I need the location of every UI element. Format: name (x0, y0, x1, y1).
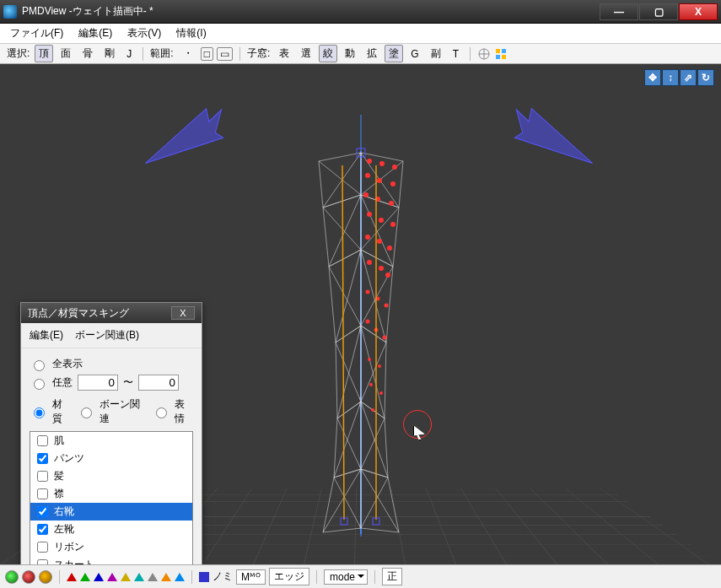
dialog-titlebar[interactable]: 頂点／材質マスキング X (21, 303, 202, 323)
radio-all[interactable] (34, 360, 45, 371)
list-item[interactable]: 右靴 (30, 503, 192, 521)
list-item[interactable]: スカート (30, 556, 192, 564)
color-tri-4[interactable] (107, 573, 117, 581)
range-dot-button[interactable]: ・ (179, 45, 197, 62)
minimize-button[interactable]: — (600, 3, 638, 20)
svg-point-48 (379, 266, 384, 271)
menu-view[interactable]: 表示(V) (127, 26, 161, 40)
list-item[interactable]: 襟 (30, 485, 192, 503)
select-bone-button[interactable]: 骨 (78, 45, 97, 62)
select-label: 選択: (7, 46, 30, 61)
child-t-button[interactable]: T (449, 46, 463, 62)
radio-bonerel[interactable] (81, 407, 92, 418)
child-g-button[interactable]: G (406, 46, 422, 62)
color-tri-9[interactable] (175, 573, 185, 581)
list-item[interactable]: 肌 (30, 432, 192, 450)
range-separator: 〜 (123, 375, 133, 390)
bone-indicator-right (496, 93, 609, 187)
dialog-menu-edit[interactable]: 編集(E) (30, 328, 63, 343)
child-hyou-button[interactable]: 表 (275, 45, 293, 62)
list-item[interactable]: リボン (30, 538, 192, 556)
mode-dropdown[interactable]: mode (324, 569, 368, 585)
radio-all-label: 全表示 (52, 357, 83, 371)
svg-line-61 (342, 165, 344, 520)
sei-button[interactable]: 正 (382, 568, 402, 585)
menu-info[interactable]: 情報(I) (176, 26, 206, 40)
child-sen-button[interactable]: 選 (297, 45, 315, 62)
list-item-label: 髪 (54, 469, 64, 483)
svg-line-26 (361, 326, 385, 418)
color-tri-7[interactable] (148, 573, 158, 581)
range-box-button[interactable]: □ (201, 47, 213, 61)
menu-file[interactable]: ファイル(F) (10, 26, 63, 40)
material-listbox[interactable]: 肌パンツ髪襟右靴左靴リボンスカートシャツ上着下半身 (30, 431, 193, 564)
maximize-button[interactable]: ▢ (639, 3, 678, 20)
radio-any[interactable] (34, 379, 45, 390)
window-buttons: — ▢ X (600, 3, 718, 20)
child-shibori-button[interactable]: 絞 (319, 45, 337, 62)
menu-edit[interactable]: 編集(E) (78, 26, 112, 40)
svg-point-55 (382, 336, 386, 340)
list-item-label: パンツ (54, 451, 84, 466)
color-tri-8[interactable] (161, 573, 171, 581)
child-nuri-button[interactable]: 塗 (385, 45, 403, 62)
view-orbit-button[interactable]: ↕ (662, 69, 679, 86)
child-kaku-button[interactable]: 拡 (363, 45, 381, 62)
svg-rect-3 (496, 49, 500, 53)
view-rotate-button[interactable]: ↻ (697, 69, 714, 86)
grid-icon[interactable] (494, 47, 508, 61)
color-tri-2[interactable] (80, 573, 90, 581)
svg-point-41 (367, 212, 372, 217)
edge-button[interactable]: エッジ (269, 568, 309, 585)
color-tri-5[interactable] (121, 573, 131, 581)
list-item[interactable]: パンツ (30, 450, 192, 467)
color-swatch[interactable] (199, 572, 209, 582)
range-rect-button[interactable]: ▭ (217, 47, 233, 61)
list-item-checkbox[interactable] (37, 542, 48, 553)
radio-expression[interactable] (156, 407, 167, 418)
color-tri-6[interactable] (134, 573, 144, 581)
list-item-checkbox[interactable] (37, 506, 48, 517)
close-button[interactable]: X (679, 3, 718, 20)
list-item-checkbox[interactable] (37, 453, 48, 464)
dialog-menubar: 編集(E) ボーン関連(B) (21, 323, 202, 348)
radio-material[interactable] (34, 407, 45, 418)
svg-line-13 (336, 250, 361, 343)
list-item-label: 肌 (54, 434, 64, 448)
select-vertex-button[interactable]: 頂 (35, 45, 53, 62)
child-dou-button[interactable]: 動 (341, 45, 359, 62)
select-joint-button[interactable]: J (122, 46, 136, 62)
list-item[interactable]: 髪 (30, 467, 192, 485)
mmo-button[interactable]: Mᴹᴼ (236, 569, 266, 585)
range-to-input[interactable] (138, 375, 179, 391)
svg-line-11 (329, 195, 361, 267)
list-item-label: リボン (54, 540, 84, 554)
svg-point-53 (365, 320, 369, 324)
color-tri-1[interactable] (67, 573, 77, 581)
range-from-input[interactable] (78, 375, 118, 391)
svg-point-44 (365, 235, 370, 240)
status-orb-2[interactable] (22, 570, 35, 584)
status-orb-1[interactable] (5, 570, 19, 584)
viewport-3d[interactable]: ✥ ↕ ⇗ ↻ 頂点／材質マスキング X 編集(E) ボーン関連(B) 全表示 … (0, 64, 721, 564)
status-orb-3[interactable] (39, 570, 52, 584)
list-item-checkbox[interactable] (37, 471, 48, 482)
child-huku-button[interactable]: 副 (427, 45, 445, 62)
list-item-checkbox[interactable] (37, 524, 48, 535)
svg-line-22 (361, 195, 393, 267)
list-item-checkbox[interactable] (37, 435, 48, 446)
svg-point-40 (389, 201, 394, 206)
view-pan-button[interactable]: ✥ (644, 69, 661, 86)
select-face-button[interactable]: 面 (56, 45, 75, 62)
color-tri-3[interactable] (94, 573, 104, 581)
globe-icon[interactable] (477, 47, 491, 61)
masking-dialog[interactable]: 頂点／材質マスキング X 編集(E) ボーン関連(B) 全表示 任意 〜 材質 (20, 302, 202, 564)
select-rigid-button[interactable]: 剛 (100, 45, 119, 62)
dialog-menu-bone[interactable]: ボーン関連(B) (75, 328, 139, 343)
svg-point-60 (371, 408, 374, 412)
list-item[interactable]: 左靴 (30, 521, 192, 538)
svg-line-8 (319, 161, 361, 195)
list-item-checkbox[interactable] (37, 488, 48, 499)
dialog-close-button[interactable]: X (171, 306, 195, 320)
view-zoom-button[interactable]: ⇗ (680, 69, 697, 86)
